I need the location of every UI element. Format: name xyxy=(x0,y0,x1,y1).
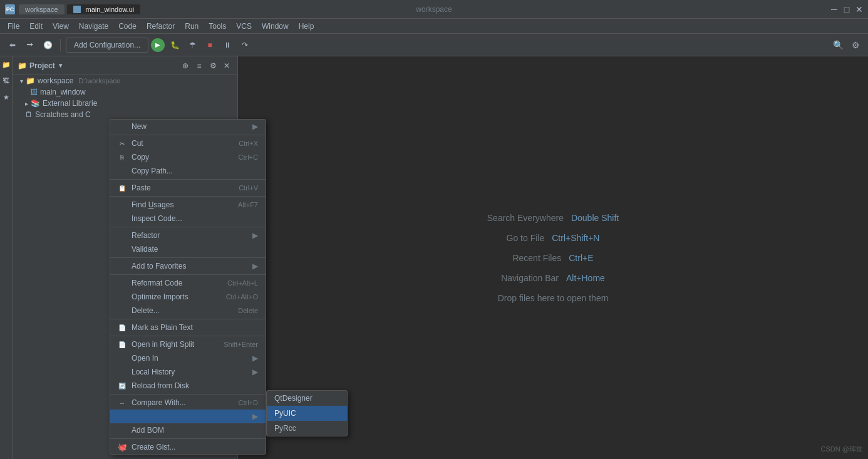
ctx-reload[interactable]: 🔄 Reload from Disk xyxy=(110,379,266,393)
menu-file[interactable]: File xyxy=(3,21,24,32)
ctx-reload-icon: 🔄 xyxy=(118,381,127,390)
toolbar-forward-icon[interactable]: ⮕ xyxy=(23,38,38,53)
project-header: 📁 Project ▼ ⊕ ≡ ⚙ ✕ xyxy=(13,56,237,75)
ctx-refactor-arrow: ▶ xyxy=(252,231,258,240)
menu-navigate[interactable]: Navigate xyxy=(74,21,113,32)
project-locate-icon[interactable]: ⊕ xyxy=(180,60,191,71)
menu-run[interactable]: Run xyxy=(180,21,204,32)
ctx-cut-icon: ✂ xyxy=(118,139,127,148)
ctx-open-in-arrow: ▶ xyxy=(252,354,258,363)
ctx-open-in-icon xyxy=(118,354,127,363)
tab-main-window[interactable]: main_window.ui xyxy=(67,4,141,14)
restore-button[interactable]: □ xyxy=(843,6,850,13)
ctx-delete-icon xyxy=(118,306,127,315)
search-everywhere-icon[interactable]: 🔍 xyxy=(830,38,845,53)
ctx-open-in[interactable]: Open In ▶ xyxy=(110,351,266,365)
ctx-add-favorites[interactable]: Add to Favorites ▶ xyxy=(110,259,266,273)
ctx-local-history[interactable]: Local History ▶ xyxy=(110,365,266,379)
activity-structure-icon[interactable]: 🏗 xyxy=(1,75,12,86)
project-close-icon[interactable]: ✕ xyxy=(221,60,232,71)
ctx-compare[interactable]: ↔ Compare With... Ctrl+D xyxy=(110,396,266,410)
toolbar-recent-icon[interactable]: 🕒 xyxy=(40,38,55,53)
menu-window[interactable]: Window xyxy=(257,21,294,32)
add-configuration-button[interactable]: Add Configuration... xyxy=(66,38,148,53)
collapse-icon: ▾ xyxy=(20,78,23,85)
step-over-button[interactable]: ↷ xyxy=(237,38,252,53)
ctx-sep9 xyxy=(110,394,266,395)
expand-icon: ▸ xyxy=(25,100,28,107)
menu-help[interactable]: Help xyxy=(294,21,319,32)
submenu-qtdesigner[interactable]: QtDesigner xyxy=(267,391,347,406)
project-collapse-icon[interactable]: ≡ xyxy=(194,60,205,71)
search-everywhere-hint: Search Everywhere Double Shift xyxy=(487,213,619,223)
minimize-button[interactable]: ─ xyxy=(830,6,838,13)
activity-bar: 📁 🏗 ★ xyxy=(0,56,13,459)
menu-code[interactable]: Code xyxy=(113,21,142,32)
ctx-add-bom[interactable]: Add BOM xyxy=(110,423,266,437)
project-settings-icon[interactable]: ⚙ xyxy=(207,60,219,71)
ctx-refactor[interactable]: Refactor ▶ xyxy=(110,229,266,242)
title-bar: PC workspace main_window.ui workspace ─ … xyxy=(0,0,868,19)
activity-project-icon[interactable]: 📁 xyxy=(1,59,12,70)
ctx-reformat-icon xyxy=(118,279,127,287)
ctx-new-arrow: ▶ xyxy=(252,122,258,131)
ctx-inspect-icon xyxy=(118,214,127,223)
ctx-local-hist-icon xyxy=(118,368,127,376)
stop-button[interactable]: ■ xyxy=(202,38,217,53)
ctx-mark-plain[interactable]: 📄 Mark as Plain Text xyxy=(110,321,266,334)
tree-item-main-window[interactable]: 🖼 main_window xyxy=(13,86,237,98)
ctx-reformat[interactable]: Reformat Code Ctrl+Alt+L xyxy=(110,276,266,290)
run-coverage-button[interactable]: ☂ xyxy=(185,38,200,53)
ctx-add-bom-icon xyxy=(118,426,127,435)
folder-icon: 📁 xyxy=(18,61,27,70)
close-button[interactable]: ✕ xyxy=(855,6,863,13)
ctx-open-right[interactable]: 📄 Open in Right Split Shift+Enter xyxy=(110,338,266,351)
tree-item-external-libs[interactable]: ▸ 📚 External Librarie xyxy=(13,98,237,109)
menu-edit[interactable]: Edit xyxy=(24,21,48,32)
ctx-sep8 xyxy=(110,336,266,336)
ctx-copy[interactable]: ⎘ Copy Ctrl+C xyxy=(110,150,266,164)
ctx-optimize[interactable]: Optimize Imports Ctrl+Alt+O xyxy=(110,290,266,304)
ctx-sep3 xyxy=(110,196,266,197)
menu-view[interactable]: View xyxy=(48,21,74,32)
ctx-find-usages[interactable]: Find Usages Alt+F7 xyxy=(110,198,266,212)
ctx-validate[interactable]: Validate xyxy=(110,242,266,256)
activity-bookmark-icon[interactable]: ★ xyxy=(1,91,12,103)
ctx-sep10 xyxy=(110,438,266,439)
submenu-pyrcc[interactable]: PyRcc xyxy=(267,421,347,436)
ctx-copy-path[interactable]: Copy Path... xyxy=(110,164,266,178)
external-libs-icon: 📚 xyxy=(31,99,40,108)
toolbar-back-icon[interactable]: ⬅ xyxy=(5,38,20,53)
ctx-create-gist[interactable]: 🐙 Create Gist... xyxy=(110,440,266,454)
toolbar: ⬅ ⮕ 🕒 Add Configuration... ▶ 🐛 ☂ ■ ⏸ ↷ 🔍… xyxy=(0,34,868,56)
menu-tools[interactable]: Tools xyxy=(204,21,231,32)
settings-icon[interactable]: ⚙ xyxy=(848,38,863,53)
pause-button[interactable]: ⏸ xyxy=(220,38,235,53)
ctx-external-arrow: ▶ xyxy=(252,412,258,421)
debug-button[interactable]: 🐛 xyxy=(167,38,182,53)
tab-workspace[interactable]: workspace xyxy=(19,4,65,14)
ctx-external-tools[interactable]: ▶ xyxy=(110,410,266,423)
toolbar-sep1 xyxy=(60,39,61,51)
ctx-cut[interactable]: ✂ Cut Ctrl+X xyxy=(110,137,266,150)
ctx-delete[interactable]: Delete... Delete xyxy=(110,304,266,317)
ctx-new[interactable]: New ▶ xyxy=(110,120,266,133)
menu-refactor[interactable]: Refactor xyxy=(142,21,180,32)
menu-vcs[interactable]: VCS xyxy=(231,21,257,32)
ctx-sep6 xyxy=(110,274,266,275)
ctx-sep7 xyxy=(110,319,266,319)
menu-bar: File Edit View Navigate Code Refactor Ru… xyxy=(0,19,868,34)
run-button[interactable]: ▶ xyxy=(151,38,165,52)
submenu-pyuic[interactable]: PyUIC xyxy=(267,406,347,421)
workspace-label: workspace xyxy=(416,5,452,14)
ctx-sep4 xyxy=(110,227,266,227)
main-window-file-icon: 🖼 xyxy=(30,88,38,96)
ctx-find-icon xyxy=(118,200,127,209)
project-title: 📁 Project ▼ xyxy=(18,61,177,70)
ctx-optimize-icon xyxy=(118,292,127,301)
ctx-paste[interactable]: 📋 Paste Ctrl+V xyxy=(110,181,266,195)
workspace-folder-icon: 📁 xyxy=(26,76,35,85)
ctx-inspect-code[interactable]: Inspect Code... xyxy=(110,212,266,225)
tree-item-workspace[interactable]: ▾ 📁 workspace D:\workspace xyxy=(13,75,237,86)
ctx-refactor-icon xyxy=(118,231,127,240)
